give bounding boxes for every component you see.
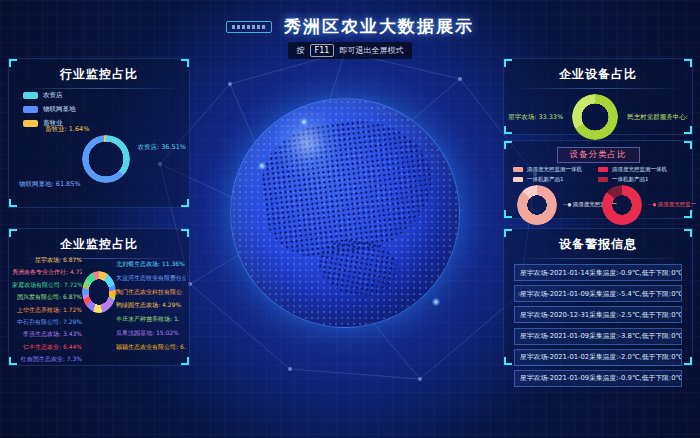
dashboard-stage: 秀洲区农业大数据展示 按 F11 即可退出全屏模式 行业监控占比 农资店 物联网… [0, 0, 700, 438]
panel-equipment-ratio: 企业设备占比 星宇农场: 33.33% 民主村党群服务中心: [503, 58, 693, 135]
alarm-row: 星宇农场-2021-01-02采集温度:-2.0℃,低于下限:0℃ [514, 349, 682, 366]
page-title: 秀洲区农业大数据展示 [284, 15, 474, 38]
divider [19, 88, 179, 89]
device-class-donut-right[interactable] [602, 185, 642, 225]
legend-item[interactable]: 一体机新产品1 [598, 176, 683, 183]
spark-dot [300, 118, 308, 126]
alarm-row: 星宇农场-2021-01-09采集温度:-5.4℃,低于下限:0℃ [514, 285, 682, 302]
legend-item[interactable]: 一体机新产品1 [513, 176, 598, 183]
donut-label: 颖颖生态农业有限公司: 6.87% [116, 343, 186, 352]
spark-dot [432, 298, 440, 306]
enterprise-left-labels: 星宇农场: 6.87% 秀洲南各专业合作社: 4.72% 家庭农场有限公司: 7… [12, 256, 82, 368]
donut-label: 民主村党群服务中心: [627, 113, 688, 122]
legend-item[interactable]: 物联网基地 [23, 105, 76, 114]
panel-title: 设备分类占比 [557, 147, 640, 163]
donut-label: 李强生态农场: 3.43% [12, 330, 82, 339]
donut-label: 物联网基地: 61.85% [19, 180, 81, 189]
donut-label: 上华生态养殖场: 1.72% [12, 306, 82, 315]
legend-swatch [598, 167, 608, 172]
fullscreen-hint: 按 F11 即可退出全屏模式 [0, 42, 700, 59]
legend-swatch [513, 177, 523, 182]
donut-label: 星宇农场: 6.87% [12, 256, 82, 265]
legend-label: 温湿度光照监测一体机 [612, 166, 667, 173]
panel-title: 设备警报信息 [504, 229, 692, 253]
brand-logo [226, 21, 272, 33]
donut-label: 中石乔有限公司: 7.29% [12, 318, 82, 327]
legend-swatch [513, 167, 523, 172]
panel-device-alarms: 设备警报信息 星宇农场-2021-01-14采集温度:-0.9℃,低于下限:0℃… [503, 228, 693, 366]
alarm-row: 星宇农场-2020-12-31采集温度:-2.5℃,低于下限:0℃ [514, 306, 682, 323]
donut-label: 畜牧业: 1.64% [45, 125, 89, 134]
donut-label: 国兴发有限公司: 6.87% [12, 293, 82, 302]
panel-device-classification: 设备分类占比 温湿度光照监测一体机 一体机新产品1 温湿度光照监测一 温湿度光照… [503, 140, 693, 219]
panel-enterprise-monitor: 企业监控占比 星宇农场: 6.87% 秀洲南各专业合作社: 4.72% 家庭农场… [8, 228, 190, 366]
f11-key-badge: F11 [310, 44, 335, 57]
donut-label: 秀洲南各专业合作社: 4.72% [12, 268, 82, 277]
globe [230, 98, 460, 328]
enterprise-donut-chart[interactable] [82, 271, 116, 313]
panel-title: 企业设备占比 [504, 59, 692, 83]
donut-label: 仁丰生态农业: 6.44% [12, 343, 82, 352]
donut-label: 农资店: 36.51% [137, 143, 186, 152]
industry-donut-chart[interactable] [82, 135, 130, 183]
panel-title: 行业监控占比 [9, 59, 189, 83]
legend-label: 一体机新产品1 [612, 176, 649, 183]
device-class-group-right: 温湿度光照监测一体机 一体机新产品1 温湿度光照监一 [598, 166, 683, 225]
legend-swatch [23, 92, 38, 99]
legend-label: 一体机新产品1 [527, 176, 564, 183]
donut-label: 家庭农场有限公司: 7.72% [12, 281, 82, 290]
legend-label: 农资店 [43, 91, 63, 100]
donut-label: 星宇农场: 33.33% [508, 113, 563, 122]
donut-label: 鸭绿园生态农场: 4.29% [116, 301, 186, 310]
hint-suffix: 即可退出全屏模式 [339, 45, 403, 56]
device-class-donut-left[interactable] [517, 185, 557, 225]
panel-industry-monitor: 行业监控占比 农资店 物联网基地 畜牧业 畜牧业: 1.64% 农资店: 36.… [8, 58, 190, 208]
enterprise-right-labels: 北刘银生态农场: 11.36% 大运河生态牧业有限责任公 陶门生态农业科技有限公… [116, 256, 186, 368]
alarm-row: 星宇农场-2021-01-09采集温度:-3.8℃,低于下限:0℃ [514, 328, 682, 345]
donut-label: 北刘银生态农场: 11.36% [116, 260, 186, 269]
legend-label: 物联网基地 [43, 105, 76, 114]
equipment-donut-chart[interactable] [572, 94, 618, 140]
legend-swatch [23, 120, 38, 127]
legend-item[interactable]: 温湿度光照监测一体机 [513, 166, 598, 173]
device-class-group-left: 温湿度光照监测一体机 一体机新产品1 温湿度光照监测一 [513, 166, 598, 225]
divider [514, 88, 682, 89]
spark-dot [258, 162, 266, 170]
donut-label: 大运河生态牧业有限责任公 [116, 274, 186, 283]
header: 秀洲区农业大数据展示 [0, 15, 700, 38]
legend-item[interactable]: 温湿度光照监测一体机 [598, 166, 683, 173]
legend-label: 温湿度光照监测一体机 [527, 166, 582, 173]
legend-item[interactable]: 农资店 [23, 91, 76, 100]
hint-prefix: 按 [297, 45, 305, 56]
divider [514, 258, 682, 259]
donut-label: 红南国生态农业: 7.3% [12, 355, 82, 364]
donut-label: 陶门生态农业科技有限公 [116, 288, 186, 297]
legend-swatch [23, 106, 38, 113]
panel-title: 企业监控占比 [9, 229, 189, 253]
donut-label: 丰庄水产种苗养殖场: 1. [116, 315, 186, 324]
alarm-row: 星宇农场-2021-01-09采集温度:-0.9℃,低于下限:0℃ [514, 370, 682, 387]
legend-swatch [598, 177, 608, 182]
donut-label: 温湿度光照监一 [648, 201, 696, 208]
donut-label: 瓜果沈园基地: 15.02% [116, 329, 186, 338]
alarm-row: 星宇农场-2021-01-14采集温度:-0.9℃,低于下限:0℃ [514, 264, 682, 281]
alarm-list: 星宇农场-2021-01-14采集温度:-0.9℃,低于下限:0℃ 星宇农场-2… [504, 264, 692, 387]
